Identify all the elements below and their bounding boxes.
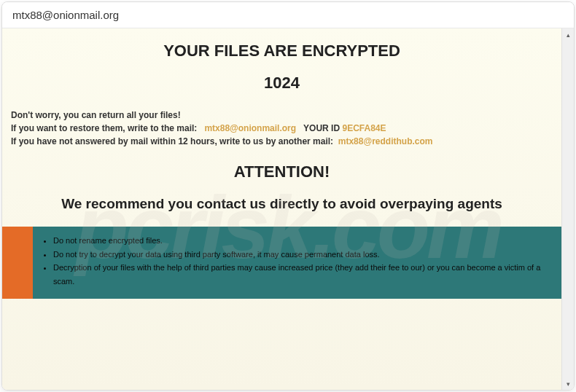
warning-item: Do not rename encrypted files. [53,234,548,248]
warning-box: Do not rename encrypted files. Do not tr… [2,227,561,299]
window-title: mtx88@onionmail.org [12,9,119,21]
restore-prefix: If you want to restore them, write to th… [11,123,200,133]
warning-accent-bar [2,227,33,299]
attention-heading: ATTENTION! [9,162,554,181]
warning-item: Do not try to decrypt your data using th… [53,248,548,262]
secondary-email: mtx88@reddithub.com [338,136,433,146]
instructions-block: Don't worry, you can return all your fil… [9,109,554,148]
your-id-label: YOUR ID [303,123,340,133]
ransom-note-body: YOUR FILES ARE ENCRYPTED 1024 Don't worr… [2,28,561,390]
not-answered-prefix: If you have not answered by mail within … [11,136,335,146]
scroll-track[interactable] [562,41,574,377]
recommendation-text: We recommend you contact us directly to … [9,196,554,212]
ransom-note-window: mtx88@onionmail.org pcrisk.com YOUR FILE… [1,1,575,391]
warning-list: Do not rename encrypted files. Do not tr… [33,227,561,299]
your-id-value: 9ECFA84E [342,123,386,133]
main-heading: YOUR FILES ARE ENCRYPTED [9,42,554,60]
warning-item: Decryption of your files with the help o… [53,261,548,288]
scroll-up-arrow-icon[interactable]: ▴ [562,28,574,41]
content-area: pcrisk.com YOUR FILES ARE ENCRYPTED 1024… [2,28,574,390]
not-answered-line: If you have not answered by mail within … [11,135,553,148]
vertical-scrollbar[interactable]: ▴ ▾ [561,28,574,390]
primary-email: mtx88@onionmail.org [204,123,296,133]
dont-worry-line: Don't worry, you can return all your fil… [11,109,553,122]
title-bar[interactable]: mtx88@onionmail.org [2,2,574,28]
id-number: 1024 [9,74,554,93]
restore-line: If you want to restore them, write to th… [11,122,553,135]
scroll-down-arrow-icon[interactable]: ▾ [562,377,574,390]
